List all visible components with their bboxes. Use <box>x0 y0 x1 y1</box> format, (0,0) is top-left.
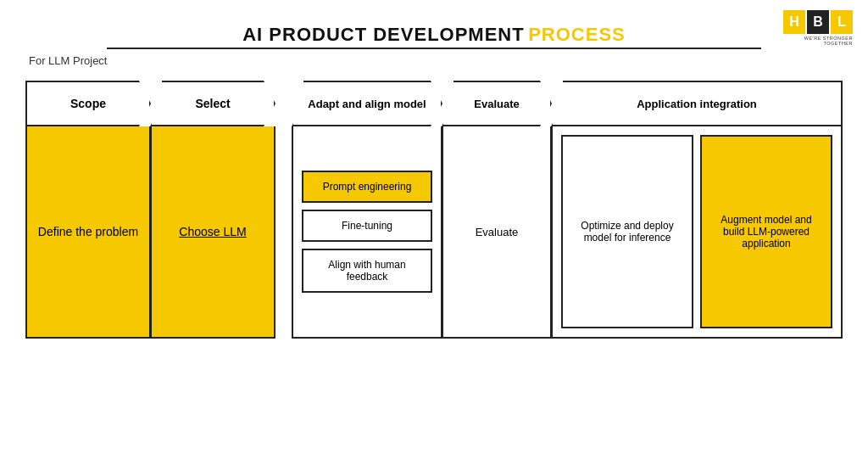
appint-header-container: Application integration <box>551 81 843 126</box>
scope-body: Define the problem <box>25 126 151 339</box>
appint-header: Application integration <box>551 81 843 126</box>
select-header-container: Select <box>150 81 275 126</box>
adapt-header: Adapt and align model <box>292 81 442 126</box>
subtitle: For LLM Project <box>29 54 843 67</box>
adapt-header-label: Adapt and align model <box>308 98 426 110</box>
evaluate-header-label: Evaluate <box>474 98 519 110</box>
page: H B L WE'RE STRONGER TOGETHER AI PRODUCT… <box>0 0 868 465</box>
title-area: AI PRODUCT DEVELOPMENT PROCESS <box>25 24 843 49</box>
appint-sub-2-text: Augment model and build LLM-powered appl… <box>709 214 824 249</box>
adapt-header-container: Adapt and align model <box>292 81 442 126</box>
adapt-sub-1-text: Prompt engineering <box>323 181 412 193</box>
process-flow: Scope Define the problem Select Choose L… <box>25 81 843 339</box>
scope-header-container: Scope <box>25 81 151 126</box>
title-underline <box>107 48 760 49</box>
adapt-body: Prompt engineering Fine-tuning Align wit… <box>292 126 442 339</box>
title-main: AI PRODUCT DEVELOPMENT <box>242 24 524 45</box>
scope-header-label: Scope <box>70 97 106 110</box>
evaluate-body: Evaluate <box>442 126 552 339</box>
appint-body: Optimize and deploy model for inference … <box>551 126 843 339</box>
select-header: Select <box>150 81 275 126</box>
stage-scope: Scope Define the problem <box>25 81 151 339</box>
adapt-sub-1: Prompt engineering <box>302 171 432 203</box>
select-body: Choose LLM <box>150 126 275 339</box>
scope-header: Scope <box>25 81 151 126</box>
title-highlight: PROCESS <box>528 24 626 45</box>
stage-select: Select Choose LLM <box>150 81 275 339</box>
adapt-sub-2: Fine-tuning <box>302 210 432 242</box>
adapt-sub-3: Align with human feedback <box>302 249 432 293</box>
chevron-1 <box>275 81 292 126</box>
adapt-sub-3-text: Align with human feedback <box>328 259 405 283</box>
select-body-text: Choose LLM <box>179 225 246 238</box>
appint-sub-2: Augment model and build LLM-powered appl… <box>700 135 832 328</box>
select-header-label: Select <box>195 97 230 110</box>
evaluate-body-text: Evaluate <box>476 226 519 238</box>
stage-appint: Application integration Optimize and dep… <box>551 81 843 339</box>
stage-evaluate: Evaluate Evaluate <box>442 81 552 339</box>
evaluate-header-container: Evaluate <box>442 81 552 126</box>
stage-adapt: Adapt and align model Prompt engineering… <box>292 81 442 339</box>
appint-header-label: Application integration <box>637 98 757 110</box>
appint-sub-1: Optimize and deploy model for inference <box>561 135 693 328</box>
appint-sub-1-text: Optimize and deploy model for inference <box>570 220 685 244</box>
adapt-sub-2-text: Fine-tuning <box>342 220 392 232</box>
evaluate-header: Evaluate <box>442 81 552 126</box>
scope-body-text: Define the problem <box>38 225 138 238</box>
